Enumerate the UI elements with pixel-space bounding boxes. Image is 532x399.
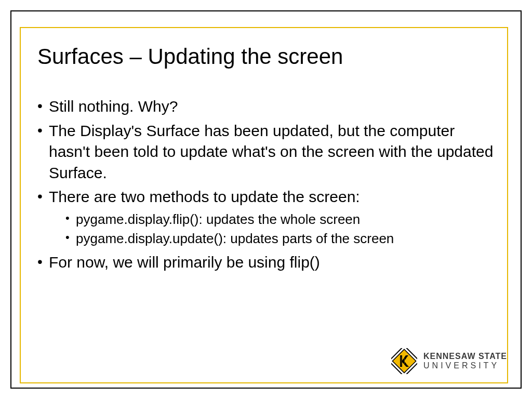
list-item: pygame.display.flip(): updates the whole… (65, 210, 495, 230)
list-item: There are two methods to update the scre… (37, 187, 495, 249)
bullet-text: For now, we will primarily be using flip… (49, 254, 320, 271)
list-item: Still nothing. Why? (37, 96, 495, 117)
list-item: For now, we will primarily be using flip… (37, 252, 495, 273)
list-item: The Display's Surface has been updated, … (37, 121, 495, 184)
bullet-text: There are two methods to update the scre… (49, 188, 360, 205)
logo-text: KENNESAW STATE UNIVERSITY (423, 352, 507, 370)
sub-bullet-list: pygame.display.flip(): updates the whole… (49, 210, 495, 249)
logo-line-1: KENNESAW STATE (423, 352, 507, 361)
logo-line-2: UNIVERSITY (423, 362, 507, 370)
bullet-list: Still nothing. Why? The Display's Surfac… (37, 96, 495, 273)
sub-bullet-text: pygame.display.flip(): updates the whole… (76, 211, 360, 227)
slide-title: Surfaces – Updating the screen (37, 44, 495, 69)
bullet-text: The Display's Surface has been updated, … (49, 122, 493, 181)
list-item: pygame.display.update(): updates parts o… (65, 229, 495, 249)
university-logo: KENNESAW STATE UNIVERSITY (391, 348, 507, 374)
slide-content: Surfaces – Updating the screen Still not… (37, 44, 495, 276)
ksu-logo-icon (391, 348, 417, 374)
bullet-text: Still nothing. Why? (49, 98, 178, 115)
sub-bullet-text: pygame.display.update(): updates parts o… (76, 231, 394, 246)
